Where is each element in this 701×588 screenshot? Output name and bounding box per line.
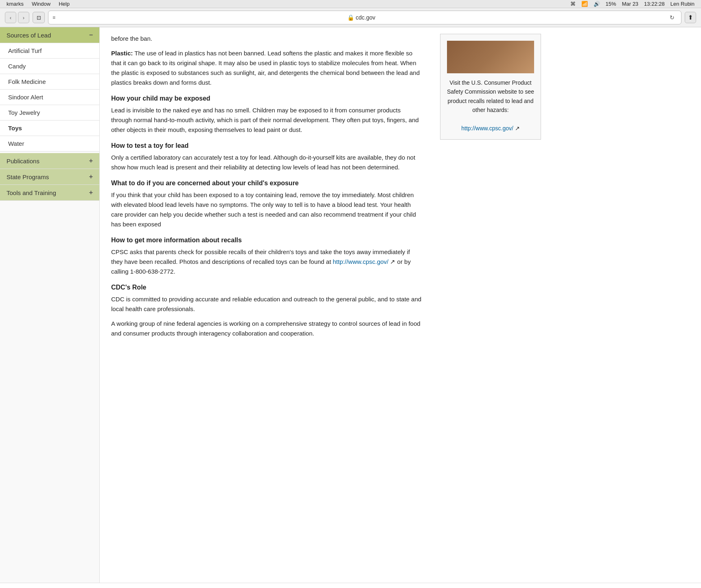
right-sidebar: Visit the U.S. Consumer Product Safety C… <box>434 27 548 583</box>
sidebar-label-folk-medicine: Folk Medicine <box>8 78 46 85</box>
section-body-cdc-2: A working group of nine federal agencies… <box>111 319 422 338</box>
section-body-cdc-1: CDC is committed to providing accurate a… <box>111 294 422 314</box>
sidebar-item-candy[interactable]: Candy <box>0 59 99 74</box>
main-content: before the ban. Plastic: The use of lead… <box>100 27 701 583</box>
menu-bookmarks[interactable]: kmarks <box>7 1 24 7</box>
sidebar-item-publications[interactable]: Publications + <box>0 153 99 169</box>
sidebar-label-publications: Publications <box>7 158 39 165</box>
before-ban-text: before the ban. <box>111 35 152 42</box>
section-body-test: Only a certified laboratory can accurate… <box>111 153 422 172</box>
sidebar-label-toy-jewelry: Toy Jewelry <box>8 109 40 116</box>
date-display: Mar 23 <box>622 1 638 7</box>
address-bar[interactable]: ≡ 🔒 cdc.gov ↻ <box>48 11 681 24</box>
back-button[interactable]: ‹ <box>5 12 16 23</box>
page-footer: Page last reviewed: June 15, 2013 <box>0 583 701 588</box>
section-heading-recalls: How to get more information about recall… <box>111 237 422 244</box>
nav-buttons: ‹ › <box>5 12 29 23</box>
battery-indicator: 15% <box>606 1 616 7</box>
sidebar: Sources of Lead − Artificial Turf Candy … <box>0 27 100 583</box>
sidebar-item-tools-training[interactable]: Tools and Training + <box>0 185 99 201</box>
address-display: 🔒 cdc.gov <box>58 14 665 21</box>
time-display: 13:22:28 <box>644 1 665 7</box>
expand-state-programs-icon: + <box>89 173 93 180</box>
wifi-icon: 📶 <box>581 1 588 7</box>
sidebar-item-artificial-turf[interactable]: Artificial Turf <box>0 43 99 59</box>
sidebar-item-sindoor-alert[interactable]: Sindoor Alert <box>0 90 99 105</box>
content-area: before the ban. Plastic: The use of lead… <box>100 27 434 583</box>
sidebar-item-state-programs[interactable]: State Programs + <box>0 169 99 185</box>
collapse-icon: − <box>89 31 93 39</box>
expand-tools-icon: + <box>89 189 93 196</box>
sidebar-toggle-button[interactable]: ⊡ <box>33 12 45 23</box>
intro-paragraph: before the ban. <box>111 34 422 44</box>
share-button[interactable]: ⬆ <box>685 12 696 23</box>
cpsc-link[interactable]: http://www.cpsc.gov/ <box>461 125 513 132</box>
mac-menubar: kmarks Window Help ⌘ 📶 🔊 15% Mar 23 13:2… <box>0 0 701 8</box>
volume-icon: 🔊 <box>594 1 600 7</box>
external-link-icon: ↗ <box>515 125 520 132</box>
section-heading-test: How to test a toy for lead <box>111 142 422 149</box>
sidebar-item-sources-of-lead[interactable]: Sources of Lead − <box>0 27 99 43</box>
url-text: cdc.gov <box>356 14 375 21</box>
sidebar-label-sources: Sources of Lead <box>7 32 51 39</box>
lock-icon: 🔒 <box>347 14 354 21</box>
sidebar-label-water: Water <box>8 140 24 147</box>
section-heading-cdc-role: CDC's Role <box>111 284 422 291</box>
plastic-label: Plastic: <box>111 50 133 57</box>
plastic-paragraph: Plastic: The use of lead in plastics has… <box>111 48 422 88</box>
section-body-exposure: Lead is invisible to the naked eye and h… <box>111 105 422 135</box>
reload-button[interactable]: ↻ <box>667 13 677 22</box>
menubar-left: kmarks Window Help <box>7 1 70 7</box>
sidebar-label-sindoor-alert: Sindoor Alert <box>8 94 43 101</box>
sidebar-label-artificial-turf: Artificial Turf <box>8 47 42 54</box>
sidebar-item-toy-jewelry[interactable]: Toy Jewelry <box>0 105 99 121</box>
sidebar-label-candy: Candy <box>8 63 26 70</box>
section-body-concerned: If you think that your child has been ex… <box>111 190 422 229</box>
info-box: Visit the U.S. Consumer Product Safety C… <box>440 34 541 140</box>
section-heading-concerned: What to do if you are concerned about yo… <box>111 180 422 187</box>
section-body-recalls: CPSC asks that parents check for possibl… <box>111 247 422 276</box>
sidebar-label-state-programs: State Programs <box>7 173 49 180</box>
page-layout: Sources of Lead − Artificial Turf Candy … <box>0 27 701 583</box>
expand-publications-icon: + <box>89 157 93 165</box>
section-heading-exposure: How your child may be exposed <box>111 95 422 102</box>
sidebar-item-folk-medicine[interactable]: Folk Medicine <box>0 74 99 90</box>
menu-icon: ≡ <box>53 15 55 20</box>
plastic-body: The use of lead in plastics has not been… <box>111 50 420 86</box>
menu-window[interactable]: Window <box>32 1 50 7</box>
sidebar-item-water[interactable]: Water <box>0 136 99 151</box>
info-box-image <box>447 41 534 73</box>
user-name: Len Rubin <box>670 1 694 7</box>
browser-toolbar: ‹ › ⊡ ≡ 🔒 cdc.gov ↻ ⬆ <box>0 8 701 27</box>
bluetooth-icon: ⌘ <box>570 1 576 7</box>
info-box-text: Visit the U.S. Consumer Product Safety C… <box>447 78 534 115</box>
sidebar-item-toys[interactable]: Toys <box>0 121 99 136</box>
external-link-icon-recalls: ↗ <box>390 258 395 265</box>
menu-help[interactable]: Help <box>59 1 70 7</box>
sidebar-label-tools-training: Tools and Training <box>7 189 56 196</box>
sidebar-label-toys: Toys <box>8 125 22 132</box>
forward-button[interactable]: › <box>18 12 29 23</box>
cpsc-link-recalls[interactable]: http://www.cpsc.gov/ <box>333 258 389 265</box>
menubar-right: ⌘ 📶 🔊 15% Mar 23 13:22:28 Len Rubin <box>570 1 694 7</box>
